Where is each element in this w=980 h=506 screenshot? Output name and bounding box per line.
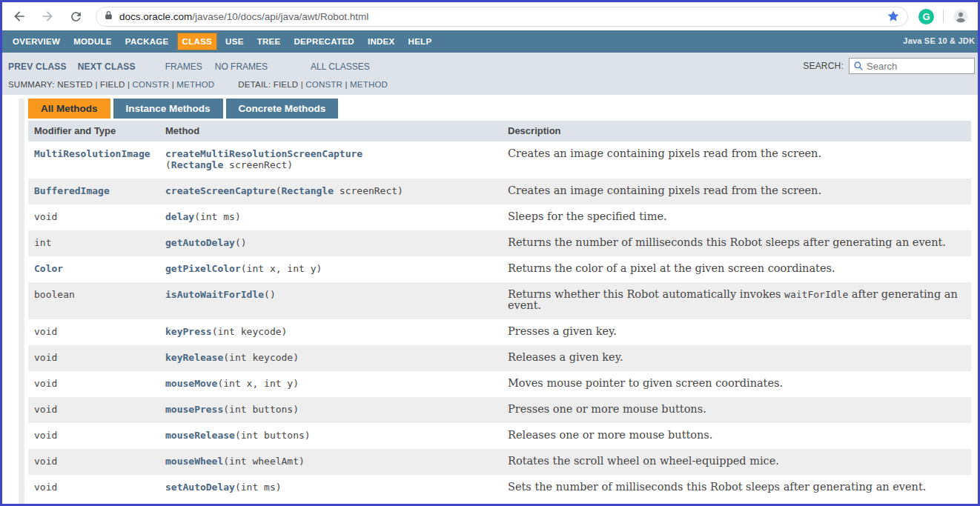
- method-cell: createScreenCapture(Rectangle screenRect…: [159, 179, 502, 204]
- toolbar-divider: [943, 10, 944, 23]
- nav-item-class: CLASS: [178, 33, 216, 50]
- type-link[interactable]: MultiResolutionImage: [34, 148, 150, 159]
- detail-item-method[interactable]: METHOD: [350, 80, 388, 89]
- table-header-row: Modifier and TypeMethodDescription: [28, 121, 971, 142]
- type-link[interactable]: Color: [34, 263, 63, 274]
- subnav-link-all-classes[interactable]: ALL CLASSES: [311, 61, 370, 72]
- nav-item-deprecated[interactable]: DEPRECATED: [290, 33, 359, 50]
- nav-item-use[interactable]: USE: [221, 33, 248, 50]
- search-icon: [853, 61, 864, 71]
- modifier-cell: void: [28, 475, 159, 501]
- method-link[interactable]: Rectangle: [171, 159, 223, 170]
- method-cell: keyPress(int keycode): [159, 319, 502, 345]
- url-text: docs.oracle.com/javase/10/docs/api/java/…: [119, 11, 368, 22]
- modifier-cell: Color: [28, 256, 159, 282]
- search-box[interactable]: [849, 58, 975, 74]
- method-link[interactable]: getAutoDelay: [165, 237, 235, 248]
- method-cell: keyRelease(int keycode): [159, 345, 502, 371]
- method-link[interactable]: Rectangle: [282, 185, 334, 196]
- nav-item-module[interactable]: MODULE: [69, 33, 116, 50]
- method-link[interactable]: mouseRelease: [165, 430, 235, 441]
- method-link[interactable]: createMultiResolutionScreenCapture: [165, 148, 362, 159]
- description-cell: Presses a given key.: [502, 319, 971, 345]
- summary-item-field: FIELD: [100, 80, 125, 89]
- subnav-link-next-class[interactable]: NEXT CLASS: [78, 61, 136, 72]
- modifier-cell: void: [28, 397, 159, 423]
- method-cell: mousePress(int buttons): [159, 397, 502, 423]
- subnav-link-frames[interactable]: FRAMES: [165, 61, 202, 72]
- type-link[interactable]: BufferedImage: [34, 185, 110, 196]
- profile-avatar[interactable]: [953, 8, 969, 24]
- table-row: voidkeyPress(int keycode)Presses a given…: [28, 319, 971, 345]
- method-link[interactable]: mouseWheel: [165, 456, 223, 467]
- summary-item-constr[interactable]: CONSTR: [133, 80, 170, 89]
- method-link[interactable]: setAutoDelay: [165, 482, 235, 493]
- detail-item-constr[interactable]: CONSTR: [305, 80, 342, 89]
- description-cell: Returns the color of a pixel at the give…: [502, 256, 971, 282]
- table-row: voiddelay(int ms)Sleeps for the specifie…: [28, 204, 971, 230]
- method-tabs: All MethodsInstance MethodsConcrete Meth…: [28, 99, 978, 119]
- method-link[interactable]: isAutoWaitForIdle: [165, 289, 264, 300]
- description-cell: Returns whether this Robot automatically…: [502, 282, 971, 319]
- method-table-body: MultiResolutionImagecreateMultiResolutio…: [28, 142, 971, 501]
- refresh-icon[interactable]: [67, 8, 84, 24]
- modifier-cell: void: [28, 449, 159, 475]
- column-header-description: Description: [502, 121, 971, 142]
- subnav-link-prev-class[interactable]: PREV CLASS: [8, 61, 67, 72]
- release-label: Java SE 10 & JDK 10: [903, 36, 978, 45]
- description-cell: Presses one or more mouse buttons.: [502, 397, 971, 423]
- search-input[interactable]: [867, 61, 970, 72]
- summary-group: SUMMARY: NESTED | FIELD | CONSTR | METHO…: [8, 80, 214, 89]
- method-summary-table: Modifier and TypeMethodDescription Multi…: [28, 121, 971, 501]
- modifier-cell: MultiResolutionImage: [28, 142, 159, 179]
- method-link[interactable]: getPixelColor: [165, 263, 241, 274]
- modifier-cell: void: [28, 345, 159, 371]
- grammarly-extension-icon[interactable]: G: [918, 9, 934, 24]
- table-row: voidmousePress(int buttons)Presses one o…: [28, 397, 971, 423]
- modifier-cell: boolean: [28, 282, 159, 319]
- table-row: booleanisAutoWaitForIdle()Returns whethe…: [28, 282, 971, 319]
- tab-instance-methods[interactable]: Instance Methods: [113, 99, 223, 119]
- bookmark-star-icon[interactable]: [887, 10, 900, 23]
- search-area: SEARCH:: [803, 58, 975, 74]
- forward-icon[interactable]: [39, 8, 56, 24]
- subnav-link-no-frames[interactable]: NO FRAMES: [215, 61, 268, 72]
- method-link[interactable]: createScreenCapture: [165, 185, 276, 196]
- method-link[interactable]: mouseMove: [165, 378, 217, 389]
- description-cell: Sleeps for the specified time.: [502, 204, 971, 230]
- method-cell: delay(int ms): [159, 204, 502, 230]
- summary-label: SUMMARY:: [8, 80, 57, 89]
- left-margin-strip: [19, 99, 24, 504]
- table-row: voidmouseRelease(int buttons)Releases on…: [28, 423, 971, 449]
- description-cell: Creates an image containing pixels read …: [502, 142, 971, 179]
- nav-item-tree[interactable]: TREE: [253, 33, 285, 50]
- javadoc-sub-nav: PREV CLASSNEXT CLASSFRAMESNO FRAMESALL C…: [2, 53, 978, 95]
- table-row: voidmouseMove(int x, int y)Moves mouse p…: [28, 371, 971, 397]
- nav-item-help[interactable]: HELP: [404, 33, 437, 50]
- lock-icon[interactable]: [104, 10, 113, 23]
- method-link[interactable]: mousePress: [165, 404, 223, 415]
- column-header-method: Method: [159, 121, 502, 142]
- method-link[interactable]: delay: [165, 211, 194, 222]
- method-link[interactable]: keyRelease: [165, 352, 223, 363]
- method-cell: mouseWheel(int wheelAmt): [159, 449, 502, 475]
- method-link[interactable]: keyPress: [165, 326, 212, 337]
- nav-item-index[interactable]: INDEX: [363, 33, 400, 50]
- method-cell: setAutoDelay(int ms): [159, 475, 502, 501]
- summary-item-method[interactable]: METHOD: [176, 80, 214, 89]
- javadoc-top-nav: OVERVIEWMODULEPACKAGECLASSUSETREEDEPRECA…: [2, 30, 978, 53]
- column-header-modifier-and-type: Modifier and Type: [28, 121, 159, 142]
- tab-concrete-methods[interactable]: Concrete Methods: [226, 99, 339, 119]
- table-row: voidkeyRelease(int keycode)Releases a gi…: [28, 345, 971, 371]
- detail-group: DETAIL: FIELD | CONSTR | METHOD: [238, 80, 388, 89]
- modifier-cell: void: [28, 371, 159, 397]
- nav-item-overview[interactable]: OVERVIEW: [8, 33, 64, 50]
- table-row: voidsetAutoDelay(int ms)Sets the number …: [28, 475, 971, 501]
- search-label: SEARCH:: [803, 61, 844, 71]
- subnav-summary-row: SUMMARY: NESTED | FIELD | CONSTR | METHO…: [2, 76, 978, 89]
- modifier-cell: BufferedImage: [28, 179, 159, 204]
- address-bar[interactable]: docs.oracle.com/javase/10/docs/api/java/…: [96, 7, 908, 27]
- back-icon[interactable]: [11, 8, 27, 24]
- nav-item-package[interactable]: PACKAGE: [121, 33, 173, 50]
- method-summary-section: All MethodsInstance MethodsConcrete Meth…: [2, 95, 978, 501]
